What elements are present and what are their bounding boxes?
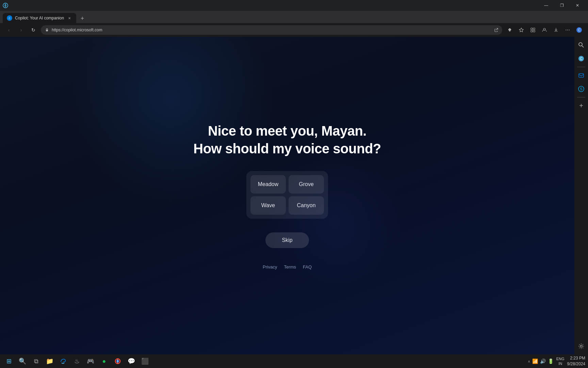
back-button[interactable]: ‹	[4, 25, 14, 35]
svg-text:S: S	[580, 87, 582, 91]
taskbar-files[interactable]: 📁	[44, 355, 56, 367]
faq-link[interactable]: FAQ	[303, 264, 312, 270]
svg-rect-3	[46, 30, 48, 31]
new-tab-button[interactable]: +	[78, 14, 87, 23]
voice-option-wave[interactable]: Wave	[250, 196, 286, 215]
tabs-bar: C Copilot: Your AI companion ✕ +	[0, 11, 588, 23]
taskbar-arrow[interactable]: ∧	[528, 359, 530, 363]
date-display: 9/28/2024	[567, 361, 585, 367]
voice-option-grove[interactable]: Grove	[289, 175, 324, 194]
downloads-icon[interactable]	[551, 25, 561, 35]
active-tab[interactable]: C Copilot: Your AI companion ✕	[3, 13, 76, 23]
lock-icon	[45, 28, 49, 32]
collections-icon[interactable]	[528, 25, 538, 35]
svg-point-11	[579, 43, 582, 46]
sidebar-add-icon[interactable]: +	[576, 100, 587, 111]
page-heading: Nice to meet you, Mayan. How should my v…	[193, 122, 381, 157]
taskbar-chrome[interactable]	[112, 355, 124, 367]
window-controls[interactable]: — ❐ ✕	[538, 0, 585, 11]
start-button[interactable]: ⊞	[3, 355, 15, 367]
taskbar-system-icons: ∧ 📶 🔊 🔋	[528, 358, 554, 364]
time-display: 2:23 PM	[567, 355, 585, 361]
extensions-icon[interactable]	[505, 25, 514, 35]
sidebar-divider-2	[577, 97, 585, 97]
title-bar: — ❐ ✕	[0, 0, 588, 11]
skip-button[interactable]: Skip	[265, 232, 309, 248]
tab-favicon: C	[7, 15, 12, 21]
svg-text:C: C	[580, 57, 582, 61]
profile-icon[interactable]	[540, 25, 549, 35]
taskbar-edge[interactable]	[57, 355, 69, 367]
taskbar-apps: ⊞ 🔍 ⧉ 📁 ♨ 🎮 ● 💬 ⬛	[3, 355, 151, 367]
tab-title: Copilot: Your AI companion	[15, 16, 64, 20]
taskbar-game[interactable]: 🎮	[84, 355, 97, 367]
page-content: Nice to meet you, Mayan. How should my v…	[0, 37, 574, 354]
share-icon	[494, 28, 498, 32]
nav-right: ⋯ C	[505, 25, 584, 35]
sidebar-search-icon[interactable]	[576, 40, 587, 50]
svg-rect-6	[531, 30, 533, 32]
favorites-icon[interactable]	[517, 25, 526, 35]
voice-options-grid: Meadow Grove Wave Canyon	[246, 171, 328, 219]
privacy-link[interactable]: Privacy	[263, 264, 277, 270]
taskbar-steam[interactable]: ♨	[71, 355, 83, 367]
tab-close-button[interactable]: ✕	[67, 15, 72, 21]
sidebar-settings-icon[interactable]	[576, 341, 587, 352]
taskbar-network: 📶	[532, 358, 538, 364]
sidebar-divider-1	[577, 67, 585, 67]
sidebar-skype-icon[interactable]: S	[576, 83, 587, 94]
heading-line2: How should my voice sound?	[193, 140, 381, 157]
footer-links: Privacy Terms FAQ	[263, 264, 312, 270]
terms-link[interactable]: Terms	[284, 264, 296, 270]
copilot-nav-icon[interactable]: C	[574, 25, 584, 35]
taskbar: ⊞ 🔍 ⧉ 📁 ♨ 🎮 ● 💬 ⬛ ∧ 📶 🔊 🔋 ENGIN 2:23 PM …	[0, 354, 588, 368]
maximize-button[interactable]: ❐	[554, 0, 570, 11]
minimize-button[interactable]: —	[538, 0, 554, 11]
forward-button[interactable]: ›	[16, 25, 26, 35]
settings-icon[interactable]: ⋯	[563, 25, 572, 35]
close-button[interactable]: ✕	[570, 0, 585, 11]
taskbar-volume: 🔊	[540, 358, 546, 364]
heading-line1: Nice to meet you, Mayan.	[193, 122, 381, 140]
taskbar-task-view[interactable]: ⧉	[30, 355, 42, 367]
taskbar-sys-tray: ∧ 📶 🔊 🔋 ENGIN 2:23 PM 9/28/2024	[528, 355, 585, 367]
voice-option-canyon[interactable]: Canyon	[289, 196, 324, 215]
title-bar-left	[3, 3, 8, 8]
svg-rect-15	[579, 74, 584, 77]
svg-text:C: C	[9, 17, 10, 19]
main-inner: Nice to meet you, Mayan. How should my v…	[193, 122, 381, 270]
taskbar-terminal[interactable]: ⬛	[139, 355, 151, 367]
svg-rect-5	[533, 28, 535, 30]
taskbar-spotify[interactable]: ●	[98, 355, 110, 367]
taskbar-search[interactable]: 🔍	[16, 355, 29, 367]
voice-option-meadow[interactable]: Meadow	[250, 175, 286, 194]
taskbar-time[interactable]: 2:23 PM 9/28/2024	[567, 355, 585, 367]
url-text: https://copilot.microsoft.com	[52, 28, 490, 32]
browser-sidebar: C S +	[574, 37, 588, 354]
svg-rect-4	[531, 28, 533, 30]
taskbar-battery: 🔋	[548, 358, 554, 364]
svg-text:C: C	[578, 28, 580, 32]
nav-bar: ‹ › ↻ https://copilot.microsoft.com ⋯	[0, 23, 588, 37]
taskbar-discord[interactable]: 💬	[125, 355, 137, 367]
address-bar[interactable]: https://copilot.microsoft.com	[41, 25, 502, 35]
browser-logo-icon	[3, 3, 8, 8]
svg-rect-7	[533, 30, 535, 32]
sidebar-copilot-icon[interactable]: C	[576, 53, 587, 64]
svg-point-18	[580, 345, 582, 347]
taskbar-lang: ENGIN	[556, 356, 565, 366]
sidebar-outlook-icon[interactable]	[576, 70, 587, 81]
refresh-button[interactable]: ↻	[29, 25, 38, 35]
svg-line-12	[582, 46, 584, 47]
